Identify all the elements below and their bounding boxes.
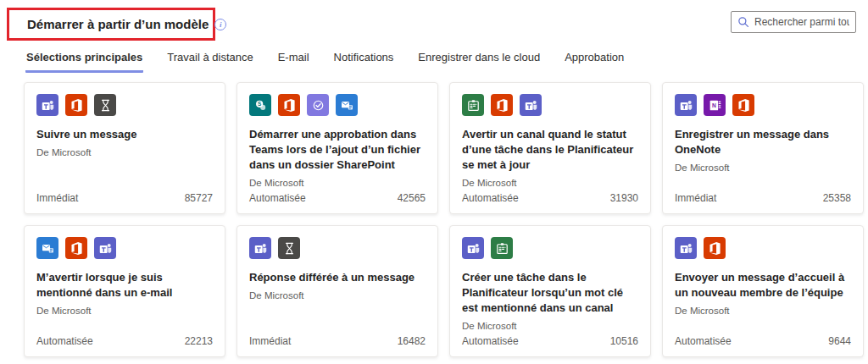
card-author: De Microsoft <box>675 163 851 173</box>
card-flow-type: Automatisée <box>249 192 306 204</box>
card-use-count: 25358 <box>823 192 851 204</box>
card-footer: Automatisée 42565 <box>249 192 426 204</box>
page-header: Démarrer à partir d’un modèle i <box>27 17 226 31</box>
card-title: Suivre un message <box>36 127 213 142</box>
teams-icon <box>462 237 484 259</box>
card-use-count: 9644 <box>828 335 851 347</box>
outlook-icon <box>36 237 58 259</box>
card-footer: Automatisée 31930 <box>462 192 638 204</box>
tab-bar: Sélections principalesTravail à distance… <box>25 49 625 73</box>
teams-icon <box>94 237 116 259</box>
card-title: Créer une tâche dans le Planificateur lo… <box>462 270 638 316</box>
tab-approbation[interactable]: Approbation <box>564 49 625 73</box>
card-author: De Microsoft <box>36 147 213 157</box>
card-footer: Immédiat 85727 <box>36 192 213 204</box>
outlook-icon <box>336 94 358 116</box>
card-footer: Automatisée 22213 <box>36 335 213 347</box>
card-author: De Microsoft <box>249 290 426 301</box>
card-flow-type: Immédiat <box>675 192 716 204</box>
tab-travail-distance[interactable]: Travail à distance <box>166 49 253 73</box>
template-card[interactable]: Avertir un canal quand le statut d’une t… <box>449 82 651 214</box>
svg-text:N: N <box>711 102 715 108</box>
card-author: De Microsoft <box>36 306 213 316</box>
office-icon <box>65 94 87 116</box>
card-flow-type: Immédiat <box>249 335 291 347</box>
template-card[interactable]: Créer une tâche dans le Planificateur lo… <box>449 225 651 357</box>
tab-notifications[interactable]: Notifications <box>333 49 395 73</box>
template-card[interactable]: N Enregistrer un message dans OneNote De… <box>662 82 864 214</box>
onenote-icon: N <box>704 94 726 116</box>
office-icon <box>65 237 87 259</box>
search-box[interactable] <box>731 11 856 33</box>
info-icon[interactable]: i <box>214 19 226 30</box>
search-icon <box>737 16 749 28</box>
template-card[interactable]: M’avertir lorsque je suis mentionné dans… <box>24 225 225 357</box>
card-title: Avertir un canal quand le statut d’une t… <box>462 127 638 173</box>
card-title: Envoyer un message d’accueil à un nouvea… <box>675 270 851 301</box>
office-icon <box>491 94 513 116</box>
template-card[interactable]: S Démarrer une approbation dans Teams lo… <box>236 82 438 214</box>
tab-enregistrer-dans-le-cloud[interactable]: Enregistrer dans le cloud <box>417 49 541 73</box>
card-flow-type: Automatisée <box>36 335 93 347</box>
teams-icon <box>36 94 58 116</box>
card-use-count: 16482 <box>398 335 426 347</box>
card-flow-type: Automatisée <box>462 192 519 204</box>
office-icon <box>704 237 726 259</box>
card-footer: Immédiat 25358 <box>675 192 851 204</box>
sharepoint-icon: S <box>249 94 271 116</box>
card-author: De Microsoft <box>462 178 638 188</box>
search-input[interactable] <box>754 16 849 28</box>
card-flow-type: Immédiat <box>36 192 78 204</box>
office-icon <box>732 94 754 116</box>
card-footer: Automatisée 9644 <box>675 335 851 347</box>
approvals-icon <box>307 94 329 116</box>
hourglass-icon <box>94 94 116 116</box>
card-footer: Automatisée 10516 <box>462 335 638 347</box>
card-use-count: 31930 <box>610 192 638 204</box>
teams-icon <box>520 94 542 116</box>
office-icon <box>278 94 300 116</box>
template-card-grid: Suivre un message De Microsoft Immédiat … <box>24 82 864 357</box>
card-title: M’avertir lorsque je suis mentionné dans… <box>36 270 213 301</box>
card-author: De Microsoft <box>675 306 851 316</box>
card-icon-row: S <box>249 94 426 116</box>
card-use-count: 42565 <box>398 192 426 204</box>
card-title: Enregistrer un message dans OneNote <box>675 127 851 157</box>
teams-icon <box>675 237 697 259</box>
template-card[interactable]: Suivre un message De Microsoft Immédiat … <box>24 82 225 214</box>
teams-icon <box>675 94 697 116</box>
svg-text:S: S <box>258 100 261 106</box>
template-card[interactable]: Réponse différée à un message De Microso… <box>236 225 438 357</box>
card-icon-row <box>462 94 638 116</box>
card-flow-type: Automatisée <box>675 335 732 347</box>
card-icon-row <box>462 237 638 259</box>
page-title: Démarrer à partir d’un modèle <box>27 17 209 31</box>
card-flow-type: Automatisée <box>462 335 519 347</box>
tab-selections-principales[interactable]: Sélections principales <box>25 49 143 73</box>
card-title: Réponse différée à un message <box>249 270 426 285</box>
hourglass-icon <box>278 237 300 259</box>
planner-icon <box>491 237 513 259</box>
card-title: Démarrer une approbation dans Teams lors… <box>249 127 426 173</box>
templates-page: Démarrer à partir d’un modèle i Sélectio… <box>0 0 868 364</box>
card-use-count: 22213 <box>185 335 213 347</box>
card-icon-row <box>36 94 213 116</box>
card-footer: Immédiat 16482 <box>249 335 426 347</box>
teams-icon <box>249 237 271 259</box>
tab-e-mail[interactable]: E-mail <box>277 49 310 73</box>
card-icon-row <box>675 237 851 259</box>
planner-icon <box>462 94 484 116</box>
card-use-count: 85727 <box>185 192 213 204</box>
card-icon-row: N <box>675 94 851 116</box>
card-author: De Microsoft <box>462 321 638 331</box>
card-icon-row <box>249 237 426 259</box>
card-icon-row <box>36 237 213 259</box>
template-card[interactable]: Envoyer un message d’accueil à un nouvea… <box>662 225 864 357</box>
card-use-count: 10516 <box>610 335 638 347</box>
card-author: De Microsoft <box>249 178 426 188</box>
